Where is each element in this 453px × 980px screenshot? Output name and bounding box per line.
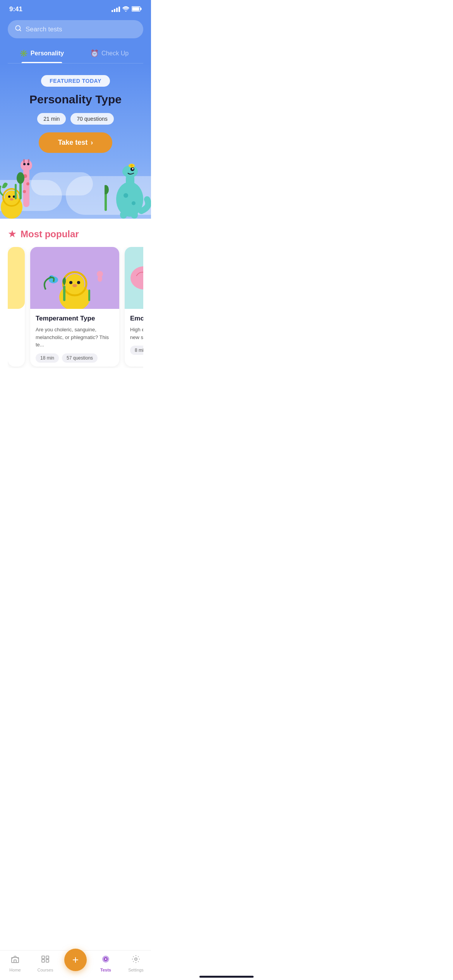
animals-right (105, 161, 151, 219)
personality-icon: ✳️ (19, 49, 28, 58)
tab-checkup-label: Check Up (101, 50, 129, 57)
animals-left (0, 157, 43, 219)
svg-rect-52 (88, 290, 90, 301)
card-temperament-questions: 57 questions (62, 353, 98, 363)
svg-rect-33 (120, 211, 127, 219)
hero-center: FEATURED TODAY Personality Type 21 min 7… (8, 75, 143, 153)
tab-personality-label: Personality (31, 50, 64, 57)
svg-point-28 (132, 168, 134, 170)
section-title: Most popular (21, 229, 79, 240)
tab-personality[interactable]: ✳️ Personality (8, 45, 76, 63)
svg-line-5 (19, 29, 21, 31)
card-temperament-meta: 18 min 57 questions (36, 353, 114, 363)
hero-meta: 21 min 70 questions (8, 113, 143, 125)
svg-point-9 (8, 195, 10, 198)
take-test-button[interactable]: Take test › (39, 132, 113, 153)
card-temperament-duration: 18 min (36, 353, 59, 363)
svg-point-41 (65, 274, 84, 293)
animals-row (0, 157, 151, 219)
signal-icon (112, 7, 120, 12)
card-emotional-duration: 8 min (130, 346, 143, 355)
svg-rect-20 (28, 159, 29, 163)
partial-card-left[interactable] (8, 247, 25, 367)
take-test-label: Take test (58, 139, 88, 147)
svg-point-43 (69, 281, 72, 284)
svg-point-17 (23, 163, 26, 165)
svg-point-16 (23, 190, 26, 193)
card-temperament-body: Temperament Type Are you choleric, sangu… (30, 309, 119, 367)
svg-point-13 (21, 159, 32, 171)
tab-checkup[interactable]: ⏰ Check Up (76, 45, 143, 63)
battery-icon (132, 6, 142, 13)
take-test-arrow: › (91, 139, 93, 147)
svg-point-50 (98, 276, 102, 282)
featured-badge: FEATURED TODAY (41, 75, 110, 87)
card-temperament-title: Temperament Type (36, 314, 114, 323)
svg-rect-12 (23, 168, 29, 207)
card-emotional-desc: High emotional intelligence is the new s… (130, 326, 143, 341)
card-emotional[interactable]: Emotional Intelligence High emotional in… (125, 247, 143, 367)
svg-point-15 (26, 182, 29, 185)
star-icon: ★ (8, 228, 17, 240)
svg-rect-51 (63, 286, 65, 301)
svg-rect-34 (131, 211, 138, 219)
hero-title: Personality Type (8, 93, 143, 106)
svg-point-31 (124, 193, 128, 198)
search-icon (15, 25, 22, 34)
svg-point-32 (132, 201, 136, 205)
status-icons (112, 6, 142, 13)
svg-rect-23 (15, 184, 17, 199)
svg-rect-3 (141, 8, 142, 10)
wifi-icon (122, 6, 129, 13)
svg-rect-19 (23, 159, 25, 163)
card-temperament-image (30, 247, 119, 309)
most-popular-section: ★ Most popular (0, 219, 151, 374)
search-input[interactable] (26, 26, 136, 33)
svg-point-44 (77, 281, 80, 284)
svg-point-36 (105, 185, 109, 194)
hero-questions: 70 questions (70, 113, 113, 125)
svg-point-11 (10, 198, 14, 200)
svg-rect-2 (132, 7, 139, 10)
tabs-container: ✳️ Personality ⏰ Check Up (8, 45, 143, 63)
status-time: 9:41 (9, 5, 22, 13)
search-bar[interactable] (8, 20, 143, 38)
section-header: ★ Most popular (8, 228, 143, 240)
hero-duration: 21 min (37, 113, 66, 125)
svg-point-0 (125, 10, 127, 12)
card-temperament-desc: Are you choleric, sanguine, melancholic,… (36, 326, 114, 349)
card-emotional-meta: 8 min 25 questions (130, 346, 143, 355)
card-temperament[interactable]: Temperament Type Are you choleric, sangu… (30, 247, 119, 367)
svg-point-22 (17, 172, 24, 184)
checkup-icon: ⏰ (90, 49, 99, 58)
svg-point-71 (130, 266, 143, 290)
card-emotional-image (125, 247, 143, 309)
svg-point-18 (27, 163, 29, 165)
status-bar: 9:41 (0, 0, 151, 16)
svg-point-30 (130, 164, 133, 167)
header: ✳️ Personality ⏰ Check Up (0, 16, 151, 63)
card-emotional-title: Emotional Intelligence (130, 314, 143, 323)
svg-point-45 (72, 284, 77, 287)
hero-section: FEATURED TODAY Personality Type 21 min 7… (0, 63, 151, 219)
card-emotional-body: Emotional Intelligence High emotional in… (125, 309, 143, 359)
svg-rect-35 (105, 192, 107, 211)
cards-row: Temperament Type Are you choleric, sangu… (8, 247, 143, 368)
